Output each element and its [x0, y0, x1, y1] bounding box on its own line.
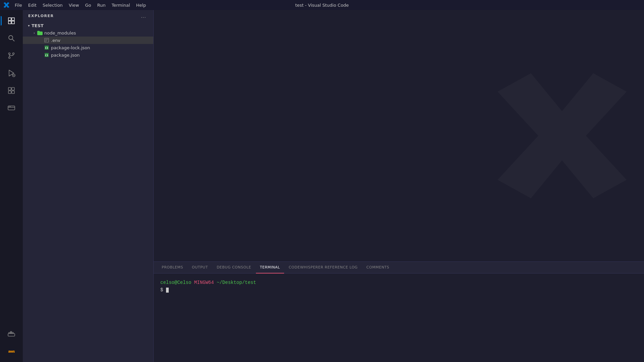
search-icon — [7, 34, 15, 42]
activity-aws[interactable]: aws — [3, 343, 19, 359]
activity-extensions[interactable] — [3, 82, 19, 99]
menu-run[interactable]: Run — [95, 2, 108, 8]
menu-help[interactable]: Help — [133, 2, 149, 8]
remote-explorer-icon — [7, 104, 15, 112]
svg-rect-20 — [10, 331, 12, 333]
tab-output[interactable]: OUTPUT — [188, 262, 212, 274]
svg-rect-17 — [9, 333, 10, 334]
activity-search[interactable] — [3, 30, 19, 46]
svg-line-1 — [12, 39, 15, 42]
activity-run-debug[interactable] — [3, 65, 19, 81]
activity-source-control[interactable] — [3, 48, 19, 64]
tab-terminal[interactable]: TERMINAL — [256, 262, 284, 274]
vscode-watermark — [476, 10, 644, 261]
vscode-icon — [3, 2, 9, 8]
tab-codewhisperer[interactable]: CODEWHISPERER REFERENCE LOG — [285, 262, 362, 274]
svg-point-0 — [9, 36, 13, 40]
svg-point-2 — [9, 53, 10, 55]
svg-point-4 — [13, 53, 14, 55]
window-title: test - Visual Studio Code — [295, 3, 349, 8]
panel-tabs: PROBLEMS OUTPUT DEBUG CONSOLE TERMINAL C… — [154, 262, 644, 274]
aws-label: aws — [8, 350, 15, 353]
svg-rect-10 — [8, 91, 11, 94]
terminal-input-line[interactable]: $ — [160, 286, 637, 294]
tree-item-node-modules[interactable]: › node_modules — [23, 29, 153, 37]
tab-problems[interactable]: PROBLEMS — [158, 262, 187, 274]
json-file-icon-1: {} — [44, 45, 50, 51]
svg-rect-19 — [12, 333, 13, 334]
terminal-path: ~/Desktop/test — [217, 280, 256, 285]
terminal-symbol: $ — [160, 287, 163, 293]
panel-area: PROBLEMS OUTPUT DEBUG CONSOLE TERMINAL C… — [154, 261, 644, 362]
svg-rect-11 — [12, 91, 14, 94]
tree-item-package-json[interactable]: {} package.json — [23, 51, 153, 59]
menu-view[interactable]: View — [66, 2, 82, 8]
sidebar-header: EXPLORER ... — [23, 10, 153, 22]
menu-file[interactable]: File — [12, 2, 25, 8]
menu-go[interactable]: Go — [83, 2, 94, 8]
tree-item-env[interactable]: .env — [23, 37, 153, 44]
env-file-icon — [44, 37, 50, 43]
extensions-icon — [7, 86, 15, 95]
terminal-prompt-line: celso@Celso MINGW64 ~/Desktop/test — [160, 279, 637, 286]
tree-item-package-lock[interactable]: {} package-lock.json — [23, 44, 153, 51]
svg-point-15 — [10, 106, 11, 107]
menu-edit[interactable]: Edit — [25, 2, 39, 8]
root-folder-label: TEST — [32, 23, 44, 28]
tree-label-package-json: package.json — [51, 53, 80, 58]
svg-rect-8 — [8, 87, 11, 90]
svg-point-3 — [9, 57, 10, 59]
docker-icon — [7, 330, 15, 338]
titlebar: File Edit Selection View Go Run Terminal… — [0, 0, 644, 10]
json-file-icon-2: {} — [44, 52, 50, 58]
sidebar: EXPLORER ... ▾ TEST › node_modules — [23, 10, 154, 362]
tab-debug-console[interactable]: DEBUG CONSOLE — [213, 262, 255, 274]
terminal-env: MINGW64 — [194, 280, 214, 285]
editor-main[interactable] — [154, 10, 644, 261]
activity-explorer[interactable] — [3, 13, 19, 29]
tree-label-node-modules: node_modules — [44, 31, 76, 36]
terminal-cursor — [166, 288, 169, 293]
svg-rect-9 — [12, 87, 14, 90]
svg-point-14 — [9, 106, 10, 107]
svg-text:{}: {} — [45, 47, 48, 49]
sidebar-more-button[interactable]: ... — [139, 12, 148, 20]
sidebar-title: EXPLORER — [28, 14, 54, 18]
menu-terminal[interactable]: Terminal — [109, 2, 133, 8]
tree-label-package-lock: package-lock.json — [51, 45, 90, 50]
chevron-down-icon: ▾ — [26, 23, 32, 28]
tab-comments[interactable]: COMMENTS — [362, 262, 393, 274]
editor-area: PROBLEMS OUTPUT DEBUG CONSOLE TERMINAL C… — [154, 10, 644, 362]
svg-marker-5 — [9, 70, 14, 76]
folder-green-icon — [37, 30, 43, 36]
activity-bar: aws — [0, 10, 23, 362]
explorer-icon — [7, 17, 15, 25]
run-debug-icon — [7, 69, 15, 77]
source-control-icon — [7, 52, 15, 60]
svg-rect-16 — [8, 334, 15, 336]
tree-folder-root[interactable]: ▾ TEST — [23, 22, 153, 29]
file-tree: ▾ TEST › node_modules — [23, 22, 153, 362]
terminal-body[interactable]: celso@Celso MINGW64 ~/Desktop/test $ — [154, 274, 644, 362]
tree-label-env: .env — [51, 38, 60, 43]
activity-remote-explorer[interactable] — [3, 100, 19, 116]
chevron-right-icon: › — [32, 30, 37, 36]
svg-text:{}: {} — [45, 54, 48, 57]
terminal-user: celso@Celso — [160, 280, 191, 285]
menu-selection[interactable]: Selection — [40, 2, 65, 8]
activity-docker[interactable] — [3, 326, 19, 342]
